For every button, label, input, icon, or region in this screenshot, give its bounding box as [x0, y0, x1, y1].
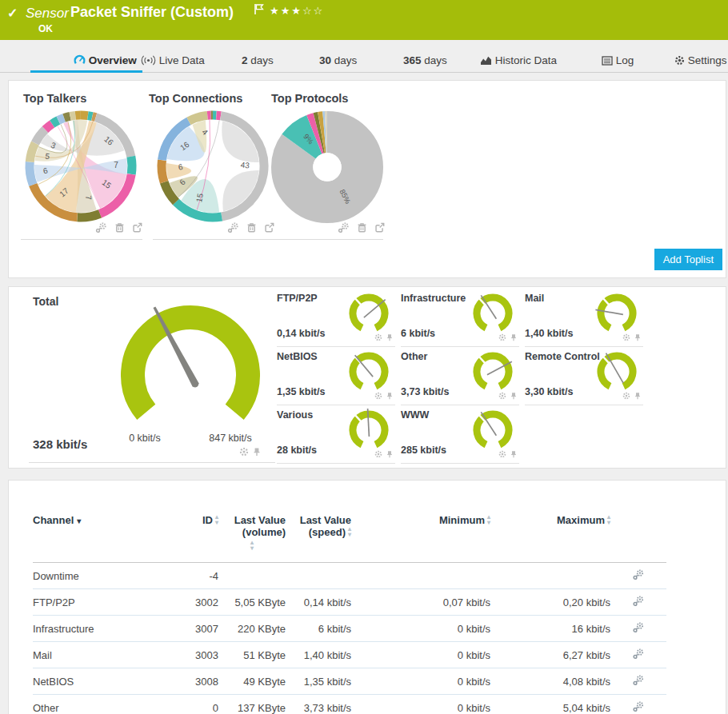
top-protocols-pie-chart[interactable]: 85% 9% [271, 111, 383, 223]
tab-365-days[interactable]: 365 days [403, 54, 447, 66]
tab-log[interactable]: Log [602, 54, 634, 66]
edit-toplist-icon[interactable] [338, 221, 350, 236]
col-header-maximum[interactable]: Maximum▴▾ [490, 511, 610, 563]
divider [21, 239, 142, 240]
add-toplist-button[interactable]: Add Toplist [654, 249, 722, 270]
delete-toplist-icon[interactable] [114, 221, 125, 236]
tab-live-data[interactable]: Live Data [141, 54, 205, 66]
channel-gauge-infrastructure[interactable]: Infrastructure 6 kbit/s [401, 291, 519, 347]
col-header-edit [610, 511, 666, 563]
gear-icon[interactable] [498, 389, 506, 403]
cell-channel[interactable]: NetBIOS [33, 668, 153, 695]
table-row-mail[interactable]: Mail 3003 51 KByte 1,40 kbit/s 0 kbit/s … [33, 642, 666, 668]
edit-channel-icon[interactable] [633, 596, 644, 608]
tab-bar: Overview Live Data 2 days 30 days 365 da… [0, 50, 728, 73]
cell-id: 3003 [153, 642, 218, 668]
table-row-infrastructure[interactable]: Infrastructure 3007 220 KByte 6 kbit/s 0… [33, 616, 666, 642]
table-row-other[interactable]: Other 0 137 KByte 3,73 kbit/s 0 kbit/s 5… [33, 695, 666, 714]
pin-icon[interactable] [386, 447, 394, 461]
col-header-minimum[interactable]: Minimum▴▾ [351, 511, 490, 563]
cell-channel[interactable]: Other [33, 695, 153, 714]
tab-overview[interactable]: Overview [74, 54, 137, 66]
pin-icon[interactable] [386, 389, 394, 403]
pin-icon[interactable] [634, 389, 642, 403]
gear-icon[interactable] [622, 330, 630, 345]
cell-id: 3007 [153, 616, 218, 642]
active-tab-underline [30, 70, 142, 73]
toplist-title-talkers[interactable]: Top Talkers [23, 92, 86, 105]
pin-icon[interactable] [386, 330, 394, 345]
cell-channel[interactable]: Infrastructure [33, 616, 153, 642]
total-gauge-chart [110, 297, 270, 434]
sort-icon[interactable]: ▴▾ [215, 514, 218, 525]
priority-flag-icon[interactable] [254, 3, 264, 18]
cell-channel[interactable]: FTP/P2P [33, 589, 153, 616]
channel-gauge-other[interactable]: Other 3,73 kbit/s [401, 349, 519, 405]
edit-channel-icon[interactable] [633, 701, 644, 714]
toplist-title-connections[interactable]: Top Connections [149, 92, 242, 105]
channel-gauge-ftp-p2p[interactable]: FTP/P2P 0,14 kbit/s [277, 291, 395, 347]
sort-desc-icon[interactable]: ▾ [77, 517, 81, 525]
sensor-header: ✓ Sensor Packet Sniffer (Custom) ★★★☆☆ O… [0, 0, 728, 40]
sort-icon[interactable]: ▴▾ [218, 540, 286, 551]
edit-channel-icon[interactable] [633, 569, 644, 582]
cell-channel[interactable]: Downtime [33, 563, 153, 589]
cell-max: 0,20 kbit/s [490, 589, 610, 616]
top-connections-chord-chart[interactable]: 43 15 6 6 16 4 [153, 106, 273, 226]
table-row-ftp-p2p[interactable]: FTP/P2P 3002 5,05 KByte 0,14 kbit/s 0,07… [33, 589, 666, 616]
gear-icon[interactable] [622, 389, 630, 403]
channel-gauge-remote-control[interactable]: Remote Control 3,30 kbit/s [525, 349, 643, 405]
sort-icon[interactable]: ▴▾ [487, 514, 490, 525]
cell-speed: 0,14 kbit/s [286, 589, 351, 616]
tab-historic-data[interactable]: Historic Data [480, 54, 557, 66]
edit-toplist-icon[interactable] [227, 221, 239, 236]
sort-icon[interactable]: ▴▾ [607, 514, 610, 525]
gear-icon[interactable] [239, 445, 249, 460]
pin-icon[interactable] [252, 445, 262, 460]
delete-toplist-icon[interactable] [246, 221, 257, 236]
gauge-min-label: 0 kbit/s [113, 433, 177, 444]
pin-icon[interactable] [510, 447, 518, 461]
pin-icon[interactable] [510, 389, 518, 403]
open-toplist-icon[interactable] [264, 221, 274, 236]
edit-channel-icon[interactable] [633, 648, 644, 661]
open-toplist-icon[interactable] [132, 221, 142, 236]
tab-settings[interactable]: Settings [674, 54, 727, 66]
gauge-max-label: 847 kbit/s [194, 433, 266, 444]
priority-stars[interactable]: ★★★☆☆ [270, 5, 324, 17]
gear-icon[interactable] [498, 447, 506, 461]
channel-gauge-mail[interactable]: Mail 1,40 kbit/s [525, 291, 643, 347]
delete-toplist-icon[interactable] [357, 221, 367, 236]
tab-2-days[interactable]: 2 days [242, 54, 274, 66]
broadcast-icon [141, 55, 156, 66]
col-header-id[interactable]: ID▴▾ [153, 511, 218, 563]
edit-channel-icon[interactable] [633, 622, 644, 635]
col-header-last-volume[interactable]: Last Value (volume) ▴▾ [218, 511, 286, 563]
channel-gauge-netbios[interactable]: NetBIOS 1,35 kbit/s [277, 349, 395, 405]
gauge-icon [74, 54, 86, 66]
gear-icon[interactable] [498, 330, 506, 345]
pin-icon[interactable] [634, 330, 642, 345]
top-talkers-chord-chart[interactable]: 16 7 15 7 17 6 5 3 [21, 106, 141, 226]
tab-30-days[interactable]: 30 days [319, 54, 357, 66]
col-header-channel[interactable]: Channel▾ [33, 511, 153, 563]
col-header-last-speed[interactable]: Last Value (speed)▴▾ [286, 511, 351, 563]
pin-icon[interactable] [510, 330, 518, 345]
edit-toplist-icon[interactable] [95, 221, 107, 236]
log-list-icon [602, 56, 613, 66]
cell-channel[interactable]: Mail [33, 642, 153, 668]
table-row-downtime[interactable]: Downtime -4 [33, 563, 666, 589]
gear-icon[interactable] [374, 447, 382, 461]
status-badge: OK [38, 23, 53, 34]
edit-channel-icon[interactable] [633, 675, 644, 688]
sort-icon[interactable]: ▴▾ [348, 526, 351, 537]
toplist-title-protocols[interactable]: Top Protocols [271, 92, 348, 105]
gear-icon[interactable] [374, 389, 382, 403]
open-toplist-icon[interactable] [374, 221, 385, 236]
channel-gauge-various[interactable]: Various 28 kbit/s [277, 408, 395, 464]
channel-gauge-www[interactable]: WWW 285 kbit/s [401, 408, 519, 464]
gear-icon[interactable] [374, 330, 382, 345]
cell-min: 0 kbit/s [351, 616, 490, 642]
cell-max: 4,08 kbit/s [490, 668, 610, 695]
table-row-netbios[interactable]: NetBIOS 3008 49 KByte 1,35 kbit/s 0 kbit… [33, 668, 666, 695]
